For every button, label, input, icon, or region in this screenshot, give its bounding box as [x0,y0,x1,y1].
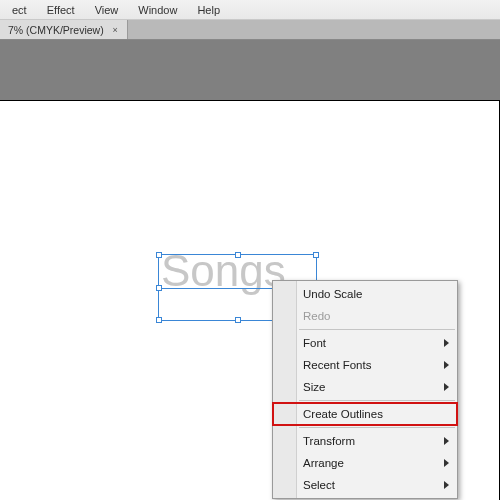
menu-separator [299,427,455,428]
menu-label: Undo Scale [303,288,362,300]
menu-help[interactable]: Help [187,0,230,20]
close-icon[interactable]: × [110,24,121,35]
menu-separator [299,329,455,330]
menu-label: Recent Fonts [303,359,371,371]
submenu-arrow-icon [444,459,449,467]
resize-handle-bottom-middle[interactable] [235,317,241,323]
resize-handle-bottom-left[interactable] [156,317,162,323]
menu-arrange[interactable]: Arrange [273,452,457,474]
app-menubar: ect Effect View Window Help [0,0,500,20]
submenu-arrow-icon [444,339,449,347]
resize-handle-middle-left[interactable] [156,285,162,291]
menu-undo-scale[interactable]: Undo Scale [273,283,457,305]
menu-effect[interactable]: Effect [37,0,85,20]
menu-transform[interactable]: Transform [273,430,457,452]
menu-label: Create Outlines [303,408,383,420]
menu-font[interactable]: Font [273,332,457,354]
document-tab-label: 7% (CMYK/Preview) [8,24,104,36]
menu-size[interactable]: Size [273,376,457,398]
menu-create-outlines[interactable]: Create Outlines [273,403,457,425]
menu-label: Transform [303,435,355,447]
menu-redo: Redo [273,305,457,327]
menu-separator [299,400,455,401]
resize-handle-top-left[interactable] [156,252,162,258]
menu-select[interactable]: Select [273,474,457,496]
resize-handle-top-right[interactable] [313,252,319,258]
submenu-arrow-icon [444,481,449,489]
menu-window[interactable]: Window [128,0,187,20]
menu-select-fragment[interactable]: ect [2,0,37,20]
document-tabstrip: 7% (CMYK/Preview) × [0,20,500,40]
resize-handle-top-middle[interactable] [235,252,241,258]
submenu-arrow-icon [444,361,449,369]
menu-recent-fonts[interactable]: Recent Fonts [273,354,457,376]
menu-label: Size [303,381,325,393]
document-tab[interactable]: 7% (CMYK/Preview) × [0,20,128,39]
menu-label: Select [303,479,335,491]
menu-label: Redo [303,310,331,322]
menu-label: Arrange [303,457,344,469]
workspace: Songs Undo Scale Redo Font Rece [0,40,500,500]
context-menu: Undo Scale Redo Font Recent Fonts Size C… [272,280,458,499]
submenu-arrow-icon [444,383,449,391]
menu-label: Font [303,337,326,349]
menu-view[interactable]: View [85,0,129,20]
submenu-arrow-icon [444,437,449,445]
